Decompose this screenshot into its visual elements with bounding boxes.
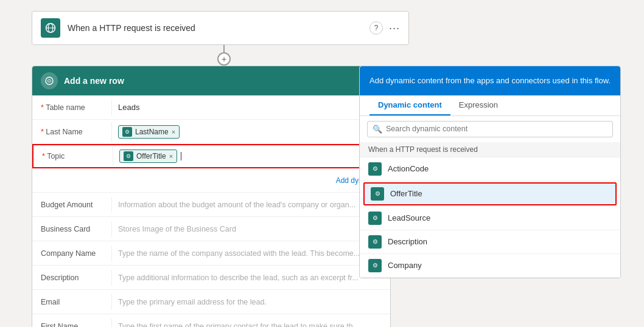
budget-amount-value[interactable]: Information about the budget amount of t… <box>111 197 390 213</box>
last-name-chip: ⚙ LastName × <box>118 125 180 139</box>
table-name-value[interactable]: Leads <box>111 99 390 115</box>
offertitle-label: OfferTitle <box>390 189 422 198</box>
budget-amount-label: Budget Amount <box>32 196 111 214</box>
actioncode-label: ActionCode <box>388 164 429 173</box>
add-dynamic-row: Add dynamic... <box>32 168 390 193</box>
dynamic-item-description[interactable]: ⚙ Description <box>360 230 620 254</box>
offer-title-chip-icon: ⚙ <box>124 151 133 161</box>
dynamic-item-company[interactable]: ⚙ Company <box>360 254 620 278</box>
offer-title-chip-label: OfferTitle <box>136 152 166 160</box>
last-name-chip-icon: ⚙ <box>122 127 132 137</box>
email-value[interactable]: Type the primary email address for the l… <box>111 294 390 310</box>
last-name-row: Last Name ⚙ LastName × <box>32 120 390 144</box>
last-name-label: Last Name <box>32 123 111 141</box>
business-card-row: Business Card Stores Image of the Busine… <box>32 217 390 241</box>
offertitle-icon: ⚙ <box>371 187 384 201</box>
description-icon: ⚙ <box>368 235 382 249</box>
right-panel-header-text: Add dynamic content from the apps and co… <box>369 75 611 87</box>
actioncode-icon: ⚙ <box>368 162 382 176</box>
table-name-label: Table name <box>32 98 111 117</box>
description-label: Description <box>388 237 427 246</box>
add-step-button[interactable]: + <box>217 52 231 66</box>
last-name-chip-label: LastName <box>135 128 169 136</box>
main-card-title: Add a new row <box>64 76 124 86</box>
email-row: Email Type the primary email address for… <box>32 290 390 314</box>
leadsource-icon: ⚙ <box>368 212 382 225</box>
company-name-row: Company Name Type the name of the compan… <box>32 241 390 266</box>
search-input[interactable] <box>386 125 607 133</box>
business-card-value[interactable]: Stores Image of the Business Card <box>111 221 390 237</box>
description-value[interactable]: Type additional information to describe … <box>111 270 390 286</box>
tab-expression[interactable]: Expression <box>450 95 506 115</box>
section-label: When a HTTP request is received <box>360 142 620 157</box>
dynamic-item-actioncode[interactable]: ⚙ ActionCode <box>360 157 620 181</box>
dynamic-item-leadsource[interactable]: ⚙ LeadSource <box>360 207 620 230</box>
help-icon[interactable]: ? <box>369 21 383 35</box>
last-name-value[interactable]: ⚙ LastName × <box>111 122 390 142</box>
http-card-icon <box>41 18 60 38</box>
http-trigger-card: When a HTTP request is received ? ··· <box>32 11 409 45</box>
company-name-label: Company Name <box>32 244 111 263</box>
more-options-icon[interactable]: ··· <box>389 22 400 35</box>
right-panel-tabs: Dynamic content Expression <box>360 95 620 116</box>
topic-label: Topic <box>33 147 113 165</box>
search-icon: 🔍 <box>373 125 382 134</box>
tab-dynamic-content[interactable]: Dynamic content <box>369 95 450 115</box>
table-name-row: Table name Leads <box>32 95 390 120</box>
http-card-actions: ? ··· <box>369 21 400 35</box>
first-name-label: First Name <box>32 317 111 328</box>
first-name-row: First Name Type the first name of the pr… <box>32 314 390 327</box>
http-card-title: When a HTTP request is received <box>68 23 362 33</box>
dynamic-item-offertitle[interactable]: ⚙ OfferTitle <box>363 182 617 205</box>
topic-input-area[interactable]: ⚙ OfferTitle × <box>113 146 389 166</box>
main-card-header-icon <box>41 72 58 89</box>
offer-title-chip: ⚙ OfferTitle × <box>119 150 177 163</box>
form-body: Table name Leads Last Name ⚙ LastName × … <box>32 95 390 327</box>
company-label: Company <box>388 261 422 270</box>
right-panel: Add dynamic content from the apps and co… <box>359 66 621 278</box>
company-icon: ⚙ <box>368 259 382 272</box>
description-row: Description Type additional information … <box>32 266 390 290</box>
offer-title-chip-close[interactable]: × <box>169 153 173 160</box>
description-label: Description <box>32 269 111 287</box>
right-panel-header: Add dynamic content from the apps and co… <box>360 66 620 95</box>
company-name-value[interactable]: Type the name of the company associated … <box>111 246 390 261</box>
business-card-label: Business Card <box>32 220 111 238</box>
main-card-header: Add a new row <box>32 66 390 95</box>
main-card: Add a new row Table name Leads Last Name… <box>32 66 391 327</box>
topic-row: Topic ⚙ OfferTitle × <box>32 144 390 168</box>
leadsource-label: LeadSource <box>388 213 430 222</box>
svg-point-3 <box>46 77 53 84</box>
last-name-chip-close[interactable]: × <box>172 128 175 136</box>
email-label: Email <box>32 293 111 311</box>
connector-line-top <box>223 45 225 52</box>
search-box: 🔍 <box>367 121 613 137</box>
budget-amount-row: Budget Amount Information about the budg… <box>32 193 390 217</box>
first-name-value[interactable]: Type the first name of the primary conta… <box>111 318 390 328</box>
text-cursor <box>181 152 181 160</box>
